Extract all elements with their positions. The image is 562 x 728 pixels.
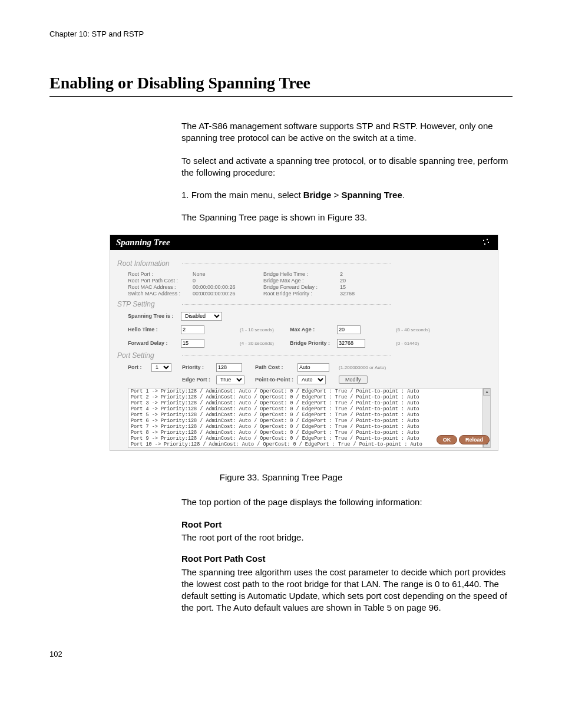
intro-para-1: The AT-S86 management software supports … [181,120,513,144]
port-status-line: Port 4 -> Priority:128 / AdminCost: Auto… [128,406,490,412]
body-text-lower: The top portion of the page displays the… [181,496,513,614]
bridge-max-age-value: 20 [340,278,387,284]
screenshot-title: Spanning Tree [116,238,170,248]
section-port-setting: Port Setting [117,351,491,360]
path-cost-input[interactable] [297,363,329,372]
hello-time-input[interactable] [181,325,204,334]
screenshot-titlebar: Spanning Tree [110,235,498,250]
max-age-input[interactable] [337,325,361,334]
step-1-suffix: . [402,190,405,200]
reload-button[interactable]: Reload [459,435,490,444]
port-status-line: Port 3 -> Priority:128 / AdminCost: Auto… [128,400,490,406]
edge-port-select[interactable]: True [216,375,244,384]
page-number: 102 [49,650,513,658]
path-cost-label: Path Cost : [255,364,294,370]
action-button-row: OK Reload [117,435,491,444]
port-status-line: Port 1 -> Priority:128 / AdminCost: Auto… [128,388,490,394]
section-stp-setting: STP Setting [117,300,491,308]
bridge-max-age-label: Bridge Max Age : [263,278,340,284]
p2p-select[interactable]: Auto [297,375,326,384]
figure-caption: Figure 33. Spanning Tree Page [49,472,513,482]
ok-button[interactable]: OK [437,435,458,444]
max-age-hint: (6 - 40 seconds) [396,327,461,332]
max-age-label: Max Age : [290,327,337,332]
root-bridge-prio-value: 32768 [340,291,387,297]
root-bridge-prio-label: Root Bridge Priority : [263,291,340,297]
bridge-priority-label: Bridge Priority : [290,340,337,346]
forward-delay-hint: (4 - 30 seconds) [240,341,290,346]
forward-delay-input[interactable] [181,339,204,348]
step-1-result: The Spanning Tree page is shown in Figur… [181,212,513,223]
section-title: Enabling or Disabling Spanning Tree [49,74,513,93]
def-root-port-term: Root Port [181,519,513,531]
root-path-cost-value: 0 [193,278,263,284]
port-status-line: Port 5 -> Priority:128 / AdminCost: Auto… [128,412,490,418]
port-status-line: Port 7 -> Priority:128 / AdminCost: Auto… [128,424,490,430]
forward-delay-label: Forward Delay : [128,340,181,346]
port-setting-row-2: Edge Port : True Point-to-Point : Auto M… [128,375,491,384]
bridge-hello-value: 2 [340,271,387,277]
root-port-value: None [193,271,263,277]
intro-para-3: The top portion of the page displays the… [181,496,513,508]
stp-setting-grid: Spanning Tree is : Disabled Hello Time :… [128,312,491,348]
switch-mac-label: Switch MAC Address : [128,291,193,297]
def-root-port-path-cost: Root Port Path Cost The spanning tree al… [181,553,513,614]
root-mac-value: 00:00:00:00:00:26 [193,284,263,290]
path-cost-hint: (1-200000000 or Auto) [339,365,392,370]
hello-time-label: Hello Time : [128,327,181,332]
screenshot-body: Root Information Root Port : None Bridge… [110,250,498,450]
section-root-info: Root Information [117,259,491,268]
spanning-tree-is-label: Spanning Tree is : [128,313,181,319]
bridge-priority-hint: (0 - 61440) [396,341,461,346]
def-rppc-term: Root Port Path Cost [181,553,513,565]
bridge-hello-label: Bridge Hello Time : [263,271,340,277]
title-rule [49,96,513,97]
edge-port-label: Edge Port : [182,377,213,383]
root-mac-label: Root MAC Address : [128,284,193,290]
step-1-spanning: Spanning Tree [341,190,402,200]
port-priority-label: Priority : [182,364,213,370]
running-header: Chapter 10: STP and RSTP [49,29,513,38]
root-info-grid: Root Port : None Bridge Hello Time : 2 R… [128,271,491,297]
port-status-line: Port 6 -> Priority:128 / AdminCost: Auto… [128,418,490,424]
spanning-tree-select[interactable]: Disabled [181,312,222,321]
hello-time-hint: (1 - 10 seconds) [240,327,290,332]
brand-logo-icon [480,238,492,247]
def-root-port-desc: The root port of the root bridge. [181,532,513,543]
step-1-prefix: 1. From the main menu, select [181,190,303,200]
def-root-port: Root Port The root port of the root brid… [181,519,513,544]
step-1: 1. From the main menu, select Bridge > S… [181,189,513,201]
scroll-up-icon[interactable]: ▲ [483,388,491,396]
root-path-cost-label: Root Port Path Cost : [128,278,193,284]
switch-mac-value: 00:00:00:00:00:26 [193,291,263,297]
page: Chapter 10: STP and RSTP Enabling or Dis… [0,0,562,682]
intro-para-2: To select and activate a spanning tree p… [181,155,513,179]
bridge-fwd-delay-label: Bridge Forward Delay : [263,284,340,290]
step-1-bridge: Bridge [303,190,332,200]
bridge-priority-input[interactable] [337,339,365,348]
port-label: Port : [128,364,148,370]
screenshot-panel: Spanning Tree Root Information Root Port… [110,235,498,451]
root-port-label: Root Port : [128,271,193,277]
body-text: The AT-S86 management software supports … [181,120,513,224]
def-rppc-desc: The spanning tree algorithm uses the cos… [181,566,513,614]
port-setting-row-1: Port : 1 Priority : Path Cost : (1-20000… [128,363,491,372]
bridge-fwd-delay-value: 15 [340,284,387,290]
port-select[interactable]: 1 [151,363,171,372]
port-status-line: Port 2 -> Priority:128 / AdminCost: Auto… [128,394,490,400]
modify-button[interactable]: Modify [339,375,368,384]
p2p-label: Point-to-Point : [255,377,294,383]
port-priority-input[interactable] [216,363,242,372]
step-1-sep: > [331,190,341,200]
